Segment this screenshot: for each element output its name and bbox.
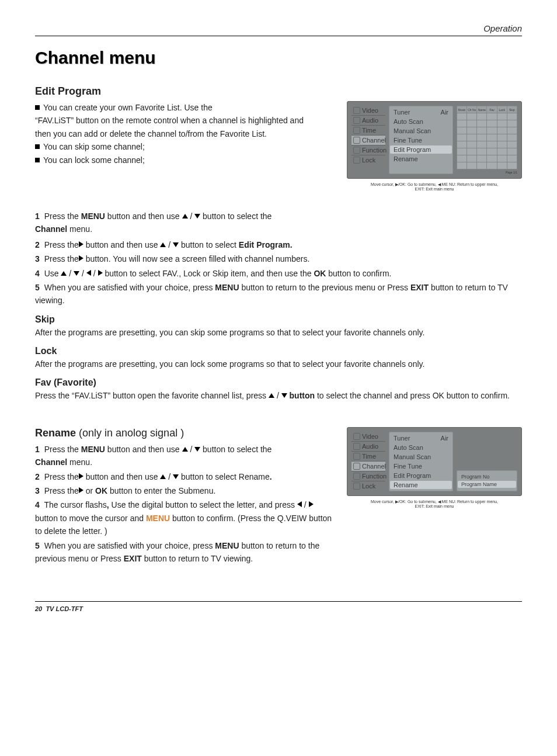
ep-step-5: 5 When you are satisfied with your choic… [35,281,522,307]
right-icon [309,501,314,507]
ep-step-4: 4 Use / / / button to select FAV., Lock … [35,267,522,280]
page-title: Channel menu [35,48,522,68]
up-icon [182,214,188,219]
audio-icon [353,117,360,124]
down-icon [194,447,200,452]
osd-hint: Move cursor, ▶/OK: Go to submenu, ◀ ME N… [347,182,522,192]
up-icon [61,271,67,276]
up-icon [160,474,166,479]
time-icon [353,127,360,134]
right-icon [79,487,83,493]
osd-tabs: Video Audio Time Channel Function Lock [351,432,385,491]
right-icon [98,270,103,276]
osd-submenu: TunerAir Auto Scan Manual Scan Fine Tune… [389,432,453,491]
osd-rename: Video Audio Time Channel Function Lock T… [347,427,522,509]
time-icon [353,453,360,460]
left-icon [86,270,91,276]
osd-hint: Move cursor, ▶/OK: Go to submenu, ◀ ME N… [347,500,522,509]
down-icon [74,271,79,276]
right-icon [79,241,83,247]
audio-icon [353,443,360,450]
video-icon [353,107,360,114]
down-icon [173,474,179,479]
lock-heading: Lock [35,346,522,356]
down-icon [281,393,287,398]
ep-step-3: 3 Press the button. You will now see a s… [35,252,522,265]
osd-channel-grid: MusicCh NoName FavLockSkip Page 1/1 [457,106,517,174]
rn-step-5: 5 When you are satisfied with your choic… [35,539,339,566]
up-icon [182,447,188,452]
function-icon [353,473,360,480]
fav-body: Press the “FAV.LiST” button open the fav… [35,389,522,402]
page-footer: 20 TV LCD-TFT [35,601,522,612]
lock-icon [353,483,360,490]
header-section: Operation [35,23,522,36]
rn-step-4: 4 The cursor flashs, Use the digital but… [35,498,339,537]
osd-submenu: TunerAir Auto Scan Manual Scan Fine Tune… [389,106,453,174]
skip-body: After the programs are presetting, you c… [35,326,522,339]
channel-icon [353,463,360,470]
left-icon [297,501,302,507]
osd-edit-program: Video Audio Time Channel Function Lock T… [347,101,522,192]
right-icon [79,473,83,479]
down-icon [194,214,200,219]
right-icon [79,255,83,261]
up-icon [269,393,274,398]
ep-step-1: 1 Press the MENU button and then use / b… [35,210,522,236]
down-icon [173,242,179,247]
lock-body: After the programs are presetting, you c… [35,358,522,370]
ep-step-2: 2 Press the button and then use / button… [35,238,522,251]
osd-rename-fields: Program No Program Name [457,432,517,491]
osd-tabs: Video Audio Time Channel Function Lock [351,106,385,174]
video-icon [353,433,360,440]
channel-icon [353,137,360,144]
edit-program-heading: Edit Program [35,85,522,98]
skip-heading: Skip [35,314,522,325]
function-icon [353,147,360,154]
fav-heading: Fav (Favorite) [35,377,522,388]
lock-icon [353,157,360,164]
up-icon [160,242,166,247]
